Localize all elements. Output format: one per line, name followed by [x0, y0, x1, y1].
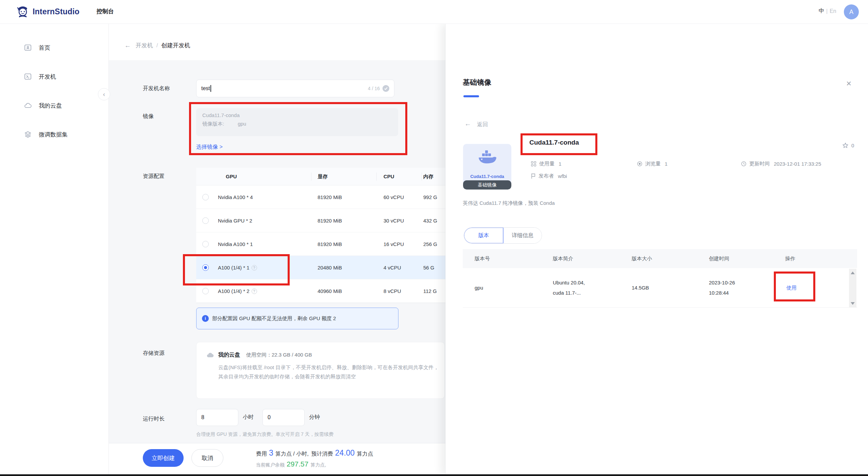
balance-label: 当前账户余额	[256, 462, 285, 468]
gpu-radio[interactable]	[202, 194, 209, 200]
views-value: 1	[665, 161, 667, 167]
docker-icon	[477, 149, 497, 167]
usage-icon	[531, 161, 537, 167]
image-card[interactable]: Cuda11.7-conda 基础镜像	[463, 144, 511, 190]
cost-summary: 费用 3 算力点 / 小时, 预计消费 24.00 算力点	[256, 448, 373, 458]
gpu-mem: 992 G	[423, 185, 437, 209]
sidebar-item-home[interactable]: 首页	[0, 38, 109, 57]
cost-prefix: 费用	[256, 450, 267, 458]
language-switcher[interactable]: 中 | En	[819, 7, 836, 15]
help-icon[interactable]: ?	[252, 289, 257, 294]
gpu-name: Nvidia A100 * 1	[218, 232, 253, 256]
lang-zh[interactable]: 中	[819, 7, 824, 15]
drawer-back-label[interactable]: 返回	[477, 121, 488, 128]
tab-versions[interactable]: 版本	[464, 228, 504, 243]
star-counter[interactable]: 0	[842, 142, 854, 149]
runtime-hint: 合理使用 GPU 资源，避免算力浪费。单次可开启 7 天，按需续费	[196, 431, 334, 438]
cloud-icon	[24, 101, 32, 110]
valid-check-icon	[382, 85, 389, 92]
version-number: gpu	[475, 268, 483, 308]
gpu-option-row[interactable]: Nvidia GPU * 2 81920 MiB 30 vCPU 432 G	[196, 209, 452, 232]
gpu-vram: 20480 MiB	[318, 256, 342, 279]
breadcrumb-parent[interactable]: 开发机	[136, 42, 153, 49]
storage-description: 云盘(NFS)将挂载至 /root 目录下，不受开发机启停、释放、删除影响，可在…	[218, 363, 443, 381]
star-count: 0	[851, 143, 854, 148]
gpu-radio[interactable]	[202, 241, 209, 247]
image-description: 英伟达 Cuda11.7 纯净镜像，预装 Conda	[463, 200, 555, 207]
gpu-vram: 40960 MiB	[318, 279, 342, 303]
runtime-hours-input[interactable]: 8	[196, 409, 238, 426]
drawer-back-icon[interactable]: ←	[464, 120, 471, 128]
text-caret	[210, 85, 211, 92]
logo-wordmark: InternStudio	[33, 7, 80, 16]
cloud-disk-icon	[206, 351, 214, 359]
sidebar-item-label: 微调数据集	[39, 131, 68, 138]
publisher-value: wfbi	[558, 173, 567, 179]
gpu-radio[interactable]	[202, 217, 209, 224]
col-cpu: CPU	[384, 168, 394, 185]
choose-image-link[interactable]: 选择镜像 >	[196, 144, 223, 151]
sidebar-collapse-button[interactable]: ‹	[98, 88, 110, 100]
scroll-down-arrow[interactable]	[851, 302, 855, 305]
storage-card: 我的云盘 使用空间：22.3 GB / 400 GB 云盘(NFS)将挂载至 /…	[196, 342, 445, 399]
table-scrollbar[interactable]	[849, 269, 856, 308]
lang-en[interactable]: En	[830, 8, 836, 14]
gpu-option-row[interactable]: Nvidia A100 * 1 81920 MiB 16 vCPU 256 G	[196, 232, 452, 256]
cost-estimate-label: 预计消费	[311, 450, 333, 458]
gpu-cpu: 16 vCPU	[384, 232, 404, 256]
version-table-header: 版本号 版本简介 版本大小 创建时间 操作	[463, 249, 857, 268]
gpu-mem: 112 G	[423, 279, 437, 303]
gpu-mem: 256 G	[423, 232, 437, 256]
tab-details[interactable]: 详细信息	[504, 228, 542, 243]
updated-stat: 更新时间 2023-12-01 17:33:25	[741, 161, 821, 167]
devbox-name-input[interactable]: test 4 / 16	[196, 80, 394, 97]
gpu-option-row[interactable]: Nvidia A100 * 4 81920 MiB 60 vCPU 992 G	[196, 185, 452, 209]
cost-estimate-unit: 算力点	[357, 450, 373, 458]
gpu-table-header: GPU 显存 CPU 内存	[196, 168, 452, 185]
sidebar-item-label: 开发机	[39, 73, 56, 81]
sidebar-item-label: 首页	[39, 44, 50, 52]
version-size: 14.5GB	[632, 268, 649, 308]
gpu-name-wrap: A100 (1/4) * 2?	[218, 279, 257, 303]
gpu-cpu: 8 vCPU	[384, 279, 401, 303]
publisher-label: 发布者	[539, 173, 554, 179]
views-label: 浏览量	[645, 161, 661, 167]
created-time: 10:28:44	[709, 289, 729, 297]
balance-summary: 当前账户余额 297.57 算力点,	[256, 460, 326, 468]
image-card-badge: 基础镜像	[463, 180, 511, 190]
breadcrumb-back-icon[interactable]: ←	[124, 42, 131, 49]
avatar[interactable]: A	[844, 4, 859, 19]
runtime-minutes-input[interactable]: 0	[262, 409, 305, 426]
usage-stat: 使用量 1	[531, 161, 561, 167]
terminal-icon	[24, 72, 32, 81]
help-icon[interactable]: ?	[252, 265, 257, 270]
sidebar-item-clouddisk[interactable]: 我的云盘	[0, 96, 109, 115]
updated-value: 2023-12-01 17:33:25	[774, 161, 821, 167]
gpu-radio-selected[interactable]	[202, 264, 209, 271]
cost-rate: 3	[269, 448, 273, 458]
sidebar-item-devmachine[interactable]: 开发机	[0, 67, 109, 86]
nav-console[interactable]: 控制台	[97, 7, 114, 15]
lang-divider: |	[826, 8, 828, 14]
breadcrumb-current: 创建开发机	[161, 42, 190, 49]
scroll-up-arrow[interactable]	[851, 272, 855, 274]
sidebar-item-dataset[interactable]: 微调数据集	[0, 125, 109, 144]
col-action: 操作	[785, 249, 795, 268]
gpu-radio[interactable]	[202, 288, 209, 294]
use-image-link[interactable]: 使用	[786, 268, 797, 308]
home-icon	[24, 44, 32, 52]
create-button[interactable]: 立即创建	[143, 449, 184, 467]
gpu-option-row[interactable]: A100 (1/4) * 2? 40960 MiB 8 vCPU 112 G	[196, 279, 452, 303]
cancel-button[interactable]: 取消	[191, 449, 223, 467]
info-icon: i	[202, 315, 209, 322]
gpu-cpu: 60 vCPU	[384, 185, 404, 209]
breadcrumb-separator: /	[156, 43, 158, 49]
cost-estimate: 24.00	[335, 448, 355, 458]
col-vram: 显存	[318, 168, 328, 185]
close-icon[interactable]: ×	[846, 78, 851, 89]
storage-title: 我的云盘	[218, 351, 240, 359]
storage-label: 存储资源	[143, 350, 165, 357]
col-gpu: GPU	[226, 168, 237, 185]
app-root: InternStudio 控制台 中 | En A 首页	[0, 0, 868, 476]
gpu-option-row-selected[interactable]: A100 (1/4) * 1? 20480 MiB 4 vCPU 56 G	[196, 256, 452, 279]
